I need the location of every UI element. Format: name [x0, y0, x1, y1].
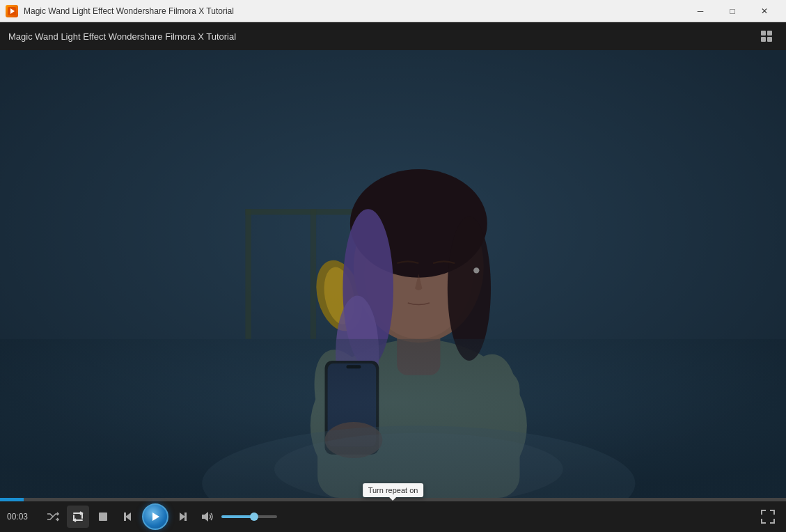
video-frame [0, 50, 786, 498]
title-bar-left: Magic Wand Light Effect Wondershare Film… [6, 5, 234, 17]
window-title: Magic Wand Light Effect Wondershare Film… [24, 6, 234, 16]
svg-point-22 [448, 217, 491, 361]
video-title: Magic Wand Light Effect Wondershare Film… [8, 31, 236, 42]
shuffle-button[interactable] [42, 506, 64, 528]
svg-rect-3 [767, 31, 772, 36]
close-button[interactable]: ✕ [748, 0, 780, 22]
time-display: 00:03 [7, 512, 33, 522]
app-icon [6, 5, 18, 17]
grid-view-button[interactable] [755, 25, 778, 47]
volume-slider[interactable] [221, 515, 277, 518]
play-button[interactable] [142, 503, 168, 530]
svg-rect-32 [0, 339, 786, 498]
maximize-button[interactable]: □ [716, 0, 748, 22]
controls-bar: 00:03 [0, 501, 786, 532]
stop-button[interactable] [92, 506, 114, 528]
svg-rect-9 [245, 209, 361, 214]
minimize-button[interactable]: ─ [684, 0, 716, 22]
svg-marker-37 [180, 513, 185, 521]
svg-marker-39 [202, 512, 208, 522]
controls-left: 00:03 [7, 503, 277, 530]
controls-right [757, 506, 779, 528]
svg-marker-34 [125, 513, 131, 521]
svg-rect-38 [184, 513, 187, 521]
next-button[interactable] [171, 506, 194, 528]
svg-rect-4 [761, 37, 766, 42]
player-topbar: Magic Wand Light Effect Wondershare Film… [0, 22, 786, 50]
svg-point-24 [473, 267, 479, 273]
svg-rect-8 [245, 209, 251, 339]
player-wrapper: Magic Wand Light Effect Wondershare Film… [0, 22, 786, 532]
svg-rect-2 [761, 31, 766, 36]
video-area [0, 50, 786, 498]
repeat-button[interactable] [67, 506, 89, 528]
svg-marker-36 [152, 513, 159, 521]
fullscreen-button[interactable] [757, 506, 779, 528]
svg-rect-35 [124, 513, 126, 521]
title-bar: Magic Wand Light Effect Wondershare Film… [0, 0, 786, 22]
window-controls: ─ □ ✕ [684, 0, 780, 22]
volume-button[interactable] [196, 506, 219, 528]
svg-rect-10 [311, 209, 316, 339]
svg-rect-33 [99, 513, 107, 521]
previous-button[interactable] [117, 506, 139, 528]
svg-rect-5 [767, 37, 772, 42]
